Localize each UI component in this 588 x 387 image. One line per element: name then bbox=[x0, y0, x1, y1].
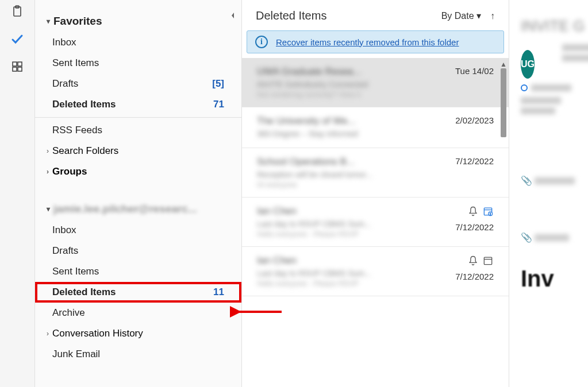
apps-grid-icon[interactable] bbox=[10, 60, 24, 73]
sidebar-item-search-folders[interactable]: › Search Folders bbox=[35, 141, 241, 161]
account-header[interactable]: ▾ jamie.lee.pilcher@researc... bbox=[35, 198, 241, 220]
recover-link[interactable]: Recover items recently removed from this… bbox=[276, 37, 459, 47]
message-sender: School Operations B... bbox=[257, 156, 436, 168]
sidebar-item-deleted-acct[interactable]: Deleted Items 11 bbox=[35, 282, 241, 303]
message-sender: UWA Graduate Resea... bbox=[257, 66, 436, 78]
status-icon bbox=[521, 84, 528, 91]
sidebar-item-inbox[interactable]: Inbox bbox=[35, 32, 241, 53]
sort-dropdown[interactable]: By Date ▾ bbox=[441, 10, 481, 21]
blurred-text bbox=[535, 177, 575, 184]
sidebar-item-archive[interactable]: Archive bbox=[35, 303, 241, 323]
scrollbar-thumb[interactable] bbox=[501, 68, 506, 137]
sidebar-item-conv-history[interactable]: › Conversation History bbox=[35, 323, 241, 344]
sidebar-item-groups[interactable]: › Groups bbox=[35, 161, 241, 182]
sidebar-item-label: Sent Items bbox=[52, 57, 99, 69]
sidebar-item-label: Inbox bbox=[52, 37, 76, 48]
message-item[interactable]: The University of We... 360-Degree – Sta… bbox=[242, 107, 509, 148]
message-item[interactable]: Ian Chen Last day to RSVP CBMS Sum... He… bbox=[242, 198, 509, 247]
message-date: Tue 14/02 bbox=[455, 66, 494, 76]
scrollbar[interactable]: ▲ bbox=[499, 60, 508, 385]
message-date: 7/12/2022 bbox=[455, 222, 494, 232]
message-sender: Ian Chen bbox=[257, 206, 436, 217]
message-preview: Not rendering correctly? View it bbox=[257, 90, 436, 99]
sidebar-item-label: Drafts bbox=[52, 245, 78, 257]
message-preview: Hello everyone - Please RSVP bbox=[257, 230, 436, 238]
clipboard-icon[interactable] bbox=[10, 5, 24, 18]
svg-rect-2 bbox=[13, 62, 17, 66]
recover-banner: i Recover items recently removed from th… bbox=[247, 30, 504, 53]
svg-rect-9 bbox=[484, 257, 491, 265]
message-subject: Last day to RSVP CBMS Sum... bbox=[257, 219, 436, 229]
sidebar-item-rss[interactable]: RSS Feeds bbox=[35, 120, 241, 141]
blurred-text bbox=[535, 234, 569, 241]
chevron-right-icon: › bbox=[47, 147, 49, 155]
attachment-icon: 📎 bbox=[521, 175, 532, 186]
reading-title: INVITE G bbox=[521, 17, 588, 35]
collapse-sidebar-icon[interactable] bbox=[230, 11, 236, 22]
folder-title: Deleted Items bbox=[256, 9, 326, 22]
deleted-acct-count: 11 bbox=[213, 287, 224, 298]
sidebar-item-label: Sent Items bbox=[52, 266, 99, 277]
sidebar-item-label: Inbox bbox=[52, 225, 76, 236]
blurred-text bbox=[562, 55, 588, 61]
svg-rect-4 bbox=[13, 67, 17, 71]
bell-icon bbox=[467, 255, 479, 269]
chevron-down-icon: ▾ bbox=[476, 11, 481, 21]
calendar-info-icon: i bbox=[482, 206, 494, 220]
message-list-pane: Deleted Items By Date ▾ ↑ i Recover item… bbox=[241, 0, 509, 387]
sidebar-item-label: Groups bbox=[52, 166, 87, 177]
message-date: 7/12/2022 bbox=[455, 156, 494, 166]
chevron-down-icon: ▾ bbox=[47, 17, 50, 25]
chevron-right-icon: › bbox=[47, 168, 49, 176]
message-subject: Last day to RSVP CBMS Sum... bbox=[257, 269, 436, 278]
drafts-count: [5] bbox=[212, 78, 224, 90]
sidebar-item-label: Archive bbox=[52, 307, 85, 319]
scroll-up-icon[interactable]: ▲ bbox=[499, 60, 508, 68]
sidebar-item-sent[interactable]: Sent Items bbox=[35, 53, 241, 73]
folder-sidebar: ▾ Favorites Inbox Sent Items Drafts [5] … bbox=[34, 0, 241, 387]
svg-rect-5 bbox=[18, 67, 22, 71]
sidebar-item-sent-acct[interactable]: Sent Items bbox=[35, 261, 241, 282]
message-item[interactable]: UWA Graduate Resea... INVITE GetIndustry… bbox=[242, 58, 509, 107]
checkmark-icon[interactable] bbox=[10, 32, 24, 46]
favorites-header[interactable]: ▾ Favorites bbox=[35, 10, 241, 32]
calendar-icon bbox=[482, 255, 494, 269]
account-label: jamie.lee.pilcher@researc... bbox=[53, 203, 197, 215]
sidebar-item-label: Conversation History bbox=[52, 328, 143, 339]
sort-ascending-icon[interactable]: ↑ bbox=[490, 11, 495, 21]
sidebar-item-junk[interactable]: Junk Email bbox=[35, 344, 241, 365]
sidebar-item-deleted-fav[interactable]: Deleted Items 71 bbox=[35, 94, 241, 115]
sidebar-item-label: Junk Email bbox=[52, 349, 100, 360]
message-preview: Hi everyone bbox=[257, 180, 436, 189]
sidebar-item-label: Drafts bbox=[52, 78, 78, 90]
message-list: UWA Graduate Resea... INVITE GetIndustry… bbox=[242, 58, 509, 387]
message-item[interactable]: Ian Chen Last day to RSVP CBMS Sum... He… bbox=[242, 247, 509, 296]
sidebar-item-label: Search Folders bbox=[52, 145, 118, 157]
svg-text:i: i bbox=[490, 212, 491, 216]
sidebar-item-inbox-acct[interactable]: Inbox bbox=[35, 220, 241, 241]
blurred-text bbox=[531, 84, 571, 91]
blurred-text bbox=[562, 44, 588, 51]
avatar: UG bbox=[521, 50, 535, 79]
message-subject: INVITE GetIndustry Connected bbox=[257, 80, 436, 89]
blurred-text bbox=[521, 107, 555, 114]
svg-rect-3 bbox=[18, 62, 22, 66]
info-icon: i bbox=[255, 36, 268, 48]
blurred-text bbox=[521, 97, 561, 104]
chevron-right-icon: › bbox=[47, 330, 49, 338]
message-preview: Hello everyone - Please RSVP bbox=[257, 279, 436, 288]
message-date: 7/12/2022 bbox=[455, 272, 494, 281]
sidebar-item-drafts[interactable]: Drafts [5] bbox=[35, 73, 241, 94]
message-sender: The University of We... bbox=[257, 115, 436, 127]
message-subject: 360-Degree – Stay informed bbox=[257, 129, 436, 138]
sidebar-item-label: Deleted Items bbox=[52, 287, 116, 298]
sidebar-item-drafts-acct[interactable]: Drafts bbox=[35, 241, 241, 261]
message-sender: Ian Chen bbox=[257, 255, 436, 266]
favorites-label: Favorites bbox=[53, 15, 102, 28]
attachment-icon: 📎 bbox=[521, 232, 532, 243]
message-subject: Reception will be closed tomor... bbox=[257, 170, 436, 179]
message-date: 2/02/2023 bbox=[455, 115, 494, 125]
chevron-down-icon: ▾ bbox=[47, 205, 50, 213]
message-item[interactable]: School Operations B... Reception will be… bbox=[242, 148, 509, 198]
deleted-count: 71 bbox=[213, 99, 224, 110]
